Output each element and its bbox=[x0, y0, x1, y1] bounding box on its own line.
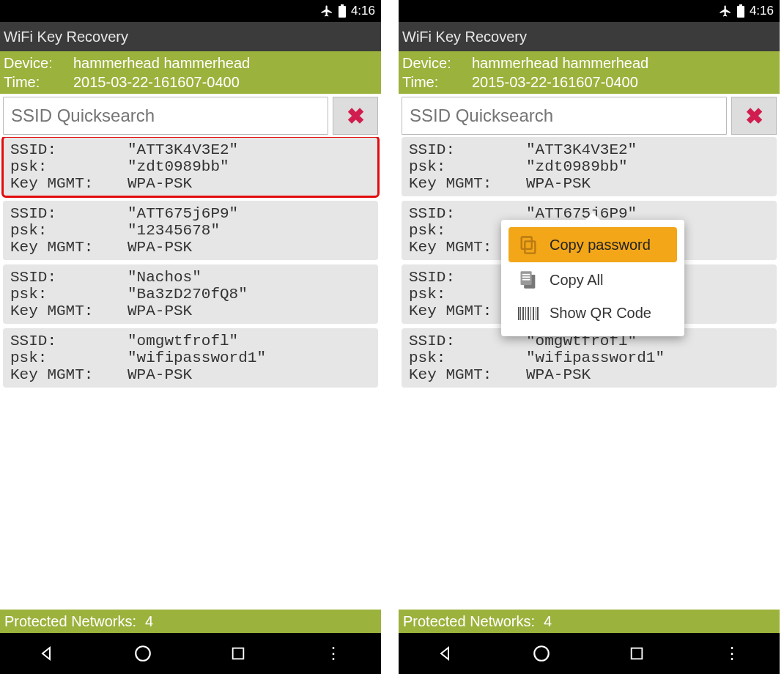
footer-label: Protected Networks: bbox=[403, 613, 535, 630]
network-list: SSID:"ATT3K4V3E2" psk:"zdt0989bb" Key MG… bbox=[0, 137, 381, 610]
svg-rect-12 bbox=[522, 279, 530, 281]
search-row: ✖ bbox=[399, 94, 780, 137]
kmgmt-value: WPA-PSK bbox=[127, 175, 371, 192]
airplane-mode-icon bbox=[320, 4, 333, 18]
phone-screenshot-left: 4:16 WiFi Key Recovery Device: hammerhea… bbox=[0, 0, 381, 674]
svg-rect-14 bbox=[520, 307, 521, 320]
search-input[interactable] bbox=[3, 97, 328, 135]
battery-icon bbox=[338, 4, 347, 18]
nav-overflow-button[interactable]: ⋮ bbox=[319, 644, 348, 663]
network-card[interactable]: SSID:"Nachos" psk:"Ba3zD270fQ8" Key MGMT… bbox=[3, 264, 378, 324]
status-time: 4:16 bbox=[351, 4, 375, 18]
time-label: Time: bbox=[402, 73, 472, 92]
svg-rect-18 bbox=[530, 307, 531, 320]
network-card[interactable]: SSID:"omgwtfrofl" psk:"wifipassword1" Ke… bbox=[402, 328, 777, 388]
clear-search-button[interactable]: ✖ bbox=[333, 97, 378, 135]
svg-rect-17 bbox=[528, 307, 529, 320]
clear-search-button[interactable]: ✖ bbox=[731, 97, 777, 135]
nav-recent-button[interactable] bbox=[622, 645, 651, 662]
close-icon: ✖ bbox=[745, 103, 763, 129]
footer-count: 4 bbox=[145, 613, 153, 630]
nav-back-button[interactable] bbox=[432, 645, 461, 662]
android-nav-bar: ⋮ bbox=[399, 633, 780, 674]
app-title: WiFi Key Recovery bbox=[402, 29, 527, 45]
svg-rect-6 bbox=[525, 241, 535, 253]
time-value: 2015-03-22-161607-0400 bbox=[472, 73, 638, 92]
svg-rect-1 bbox=[341, 4, 344, 6]
svg-rect-21 bbox=[537, 307, 539, 320]
ssid-value: "ATT3K4V3E2" bbox=[127, 141, 371, 158]
status-bar: 4:16 bbox=[0, 0, 381, 22]
airplane-mode-icon bbox=[719, 4, 732, 18]
ssid-label: SSID: bbox=[10, 141, 127, 158]
footer-bar: Protected Networks: 4 bbox=[0, 610, 381, 633]
copy-icon bbox=[516, 234, 541, 255]
device-label: Device: bbox=[4, 53, 73, 73]
footer-bar: Protected Networks: 4 bbox=[399, 610, 780, 633]
svg-rect-11 bbox=[522, 276, 530, 278]
time-value: 2015-03-22-161607-0400 bbox=[73, 73, 240, 92]
time-label: Time: bbox=[4, 73, 73, 92]
network-card[interactable]: SSID:"omgwtfrofl" psk:"wifipassword1" Ke… bbox=[3, 328, 378, 388]
device-value: hammerhead hammerhead bbox=[73, 53, 250, 73]
svg-rect-19 bbox=[533, 307, 534, 320]
svg-point-2 bbox=[136, 646, 150, 661]
close-icon: ✖ bbox=[347, 103, 365, 129]
svg-rect-13 bbox=[518, 307, 519, 320]
nav-back-button[interactable] bbox=[33, 645, 62, 662]
kmgmt-label: Key MGMT: bbox=[10, 175, 127, 192]
network-card[interactable]: SSID:"ATT3K4V3E2" psk:"zdt0989bb" Key MG… bbox=[402, 137, 777, 196]
psk-value: "zdt0989bb" bbox=[127, 158, 371, 175]
status-bar: 4:16 bbox=[399, 0, 780, 22]
battery-icon bbox=[736, 4, 745, 18]
svg-rect-7 bbox=[522, 237, 532, 249]
barcode-icon bbox=[516, 305, 541, 322]
android-nav-bar: ⋮ bbox=[0, 633, 381, 674]
menu-show-qr[interactable]: Show QR Code bbox=[509, 297, 677, 329]
app-title-bar: WiFi Key Recovery bbox=[399, 22, 780, 51]
network-list: SSID:"ATT3K4V3E2" psk:"zdt0989bb" Key MG… bbox=[399, 137, 780, 610]
svg-rect-15 bbox=[522, 307, 524, 320]
nav-home-button[interactable] bbox=[128, 644, 158, 663]
svg-rect-0 bbox=[339, 6, 346, 18]
copy-all-icon bbox=[516, 270, 541, 290]
footer-count: 4 bbox=[544, 613, 552, 630]
svg-rect-4 bbox=[737, 6, 744, 18]
search-row: ✖ bbox=[0, 94, 381, 137]
svg-rect-3 bbox=[233, 648, 244, 659]
app-title: WiFi Key Recovery bbox=[4, 29, 128, 45]
nav-recent-button[interactable] bbox=[223, 645, 253, 662]
phone-screenshot-right: 4:16 WiFi Key Recovery Device: hammerhea… bbox=[399, 0, 780, 674]
device-info-bar: Device: hammerhead hammerhead Time: 2015… bbox=[399, 51, 780, 94]
menu-label: Copy All bbox=[550, 272, 603, 289]
menu-copy-password[interactable]: Copy password bbox=[509, 227, 677, 262]
search-input[interactable] bbox=[402, 97, 727, 135]
network-card[interactable]: SSID:"ATT675j6P9" psk:"12345678" Key MGM… bbox=[3, 201, 378, 260]
menu-copy-all[interactable]: Copy All bbox=[509, 262, 677, 297]
svg-rect-16 bbox=[525, 307, 526, 320]
footer-label: Protected Networks: bbox=[4, 613, 136, 630]
menu-label: Copy password bbox=[550, 237, 651, 253]
status-time: 4:16 bbox=[750, 4, 774, 18]
context-menu: Copy password Copy All Show QR Code bbox=[501, 220, 684, 336]
app-title-bar: WiFi Key Recovery bbox=[0, 22, 381, 51]
device-info-bar: Device: hammerhead hammerhead Time: 2015… bbox=[0, 51, 381, 94]
nav-home-button[interactable] bbox=[527, 644, 556, 663]
nav-overflow-button[interactable]: ⋮ bbox=[717, 644, 747, 663]
network-card[interactable]: SSID:"ATT3K4V3E2" psk:"zdt0989bb" Key MG… bbox=[3, 137, 378, 196]
device-label: Device: bbox=[402, 53, 472, 73]
svg-rect-5 bbox=[739, 4, 742, 6]
svg-rect-20 bbox=[536, 307, 536, 320]
svg-rect-23 bbox=[632, 648, 643, 659]
svg-rect-10 bbox=[522, 274, 530, 275]
menu-label: Show QR Code bbox=[550, 305, 651, 322]
psk-label: psk: bbox=[10, 158, 127, 175]
device-value: hammerhead hammerhead bbox=[472, 53, 648, 73]
svg-rect-9 bbox=[521, 271, 532, 285]
svg-point-22 bbox=[534, 646, 549, 661]
